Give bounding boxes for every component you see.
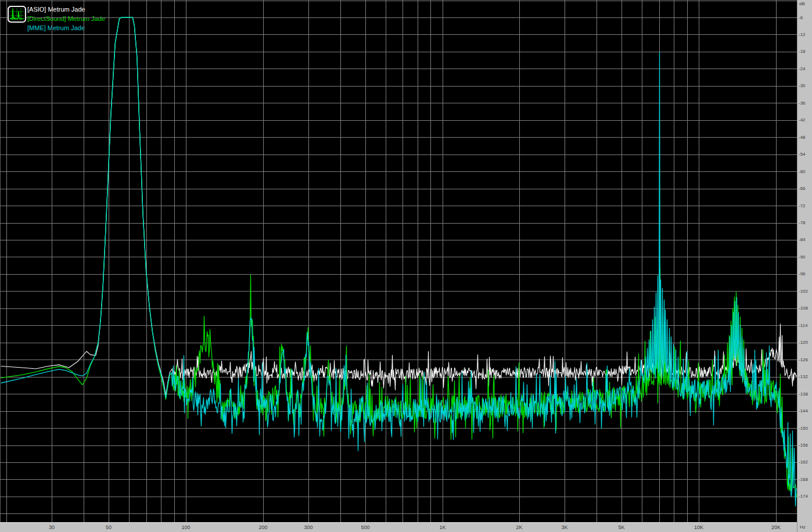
y-axis-label: -174 bbox=[797, 494, 812, 499]
y-axis-label: -60 bbox=[797, 169, 812, 174]
legend-item-0: [ASIO] Metrum Jade bbox=[27, 6, 85, 13]
y-axis-label: -24 bbox=[797, 66, 812, 71]
y-axis-label: -156 bbox=[797, 443, 812, 448]
x-axis-unit-label: Hz bbox=[800, 524, 806, 530]
x-axis-label: 30 bbox=[49, 524, 55, 530]
y-axis-label: -42 bbox=[797, 117, 812, 123]
y-axis-label: -48 bbox=[797, 135, 812, 140]
legend-item-2: [MME] Metrum Jade bbox=[27, 24, 85, 31]
y-axis-label: -120 bbox=[797, 340, 812, 345]
plot-background bbox=[0, 0, 797, 522]
y-axis-label: -18 bbox=[797, 49, 812, 54]
y-axis-label: -66 bbox=[797, 186, 812, 191]
y-axis-label: -144 bbox=[797, 408, 812, 414]
spectrum-plot-canvas[interactable]: [ASIO] Metrum Jade[DirectSound] Metrum J… bbox=[0, 0, 797, 522]
x-axis-panel: 30501002003005001K2K3K5K10K20K bbox=[0, 522, 797, 532]
y-axis-label: -150 bbox=[797, 426, 812, 431]
x-axis-label: 1K bbox=[439, 524, 445, 530]
y-axis-label: -96 bbox=[797, 271, 812, 276]
y-axis-label: -126 bbox=[797, 357, 812, 362]
x-axis-label: 5K bbox=[618, 524, 624, 530]
y-axis-label: -54 bbox=[797, 152, 812, 157]
y-axis-label: -114 bbox=[797, 323, 812, 328]
y-axis-label: -84 bbox=[797, 237, 812, 242]
y-axis-label: -162 bbox=[797, 459, 812, 465]
y-axis-label: -102 bbox=[797, 289, 812, 294]
spectrum-analyzer-window: [ASIO] Metrum Jade[DirectSound] Metrum J… bbox=[0, 0, 812, 532]
x-axis-label: 50 bbox=[106, 524, 112, 530]
y-axis-label: -108 bbox=[797, 305, 812, 311]
x-axis-label: 10K bbox=[694, 524, 703, 530]
x-axis-label: 200 bbox=[258, 524, 267, 530]
y-axis-label: -138 bbox=[797, 391, 812, 397]
y-axis-panel: dB Hz -6-12-18-24-30-36-42-48-54-60-66-7… bbox=[797, 0, 812, 532]
y-axis-unit-label: dB bbox=[799, 1, 805, 6]
y-axis-label: -12 bbox=[797, 32, 812, 37]
y-axis-label: -30 bbox=[797, 83, 812, 88]
y-axis-label: -72 bbox=[797, 203, 812, 209]
x-axis-label: 300 bbox=[304, 524, 312, 530]
x-axis-label: 3K bbox=[561, 524, 567, 530]
x-axis-label: 2K bbox=[516, 524, 522, 530]
y-axis-label: -168 bbox=[797, 477, 812, 482]
legend-item-1: [DirectSound] Metrum Jade bbox=[27, 15, 105, 22]
x-axis-label: 500 bbox=[361, 524, 369, 530]
y-axis-label: -132 bbox=[797, 374, 812, 379]
spectrum-mode-icon-button[interactable] bbox=[8, 6, 26, 23]
y-axis-label: -36 bbox=[797, 100, 812, 106]
y-axis-label: -90 bbox=[797, 254, 812, 260]
x-axis-label: 20K bbox=[771, 524, 781, 530]
y-axis-label: -78 bbox=[797, 220, 812, 225]
x-axis-label: 100 bbox=[181, 524, 190, 530]
mini-spectrum-icon bbox=[8, 6, 26, 23]
y-axis-label: -6 bbox=[797, 15, 812, 20]
